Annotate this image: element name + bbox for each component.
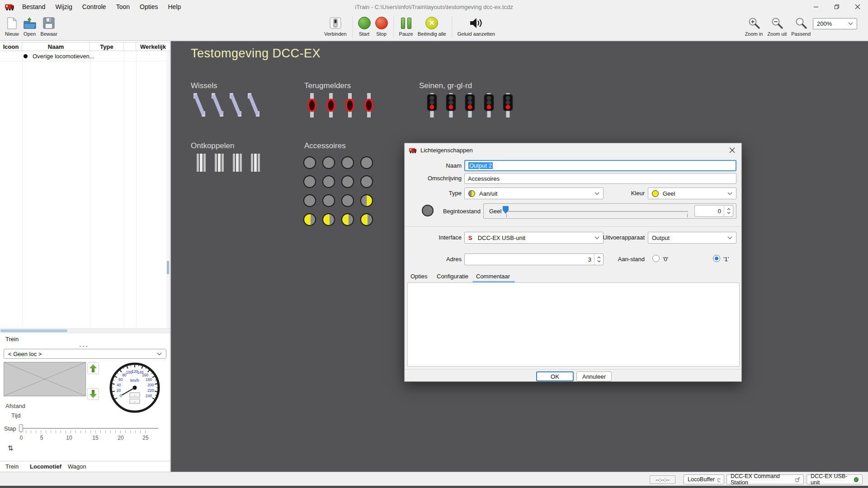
column-header-type[interactable]: Type — [90, 42, 124, 51]
accessory-light[interactable] — [360, 156, 373, 169]
step-slider-thumb[interactable] — [19, 424, 23, 432]
tab-commentaar[interactable]: Commentaar — [476, 273, 510, 280]
start-button[interactable]: Start — [356, 14, 373, 38]
accessory-light[interactable] — [360, 213, 373, 226]
accessory-light[interactable] — [322, 194, 335, 207]
table-row[interactable]: Overige locomotieven... — [0, 52, 170, 61]
uncoupler[interactable] — [233, 154, 242, 172]
signal[interactable] — [464, 93, 476, 117]
accessory-light[interactable] — [341, 194, 354, 207]
save-button[interactable]: Bewaar — [38, 14, 60, 38]
open-button[interactable]: Open — [21, 14, 38, 38]
turnout-switch[interactable] — [193, 93, 206, 117]
command-station-button[interactable]: DCC-EX Command Station — [726, 474, 804, 484]
accessory-light[interactable] — [341, 156, 354, 169]
intensity-slider-thumb[interactable] — [503, 206, 509, 214]
horizontal-scrollbar[interactable] — [0, 328, 170, 333]
usb-unit-button[interactable]: DCC-EX USB-unit — [807, 474, 863, 484]
accessory-light[interactable] — [322, 156, 335, 169]
address-spinner[interactable]: 3 — [464, 253, 604, 265]
column-header-naam[interactable]: Naam — [22, 42, 90, 51]
accessory-light[interactable] — [303, 213, 316, 226]
column-header-werkelijk[interactable]: Werkelijk — [136, 42, 170, 51]
uncoupler[interactable] — [215, 154, 224, 172]
intensity-spinner[interactable]: 0 — [694, 205, 733, 217]
uncoupler[interactable] — [251, 154, 260, 172]
column-header-empty[interactable] — [124, 42, 136, 51]
menu-controle[interactable]: Controle — [77, 1, 111, 13]
description-input[interactable]: Accessoires — [464, 173, 736, 184]
tab-opties[interactable]: Opties — [410, 273, 428, 280]
speed-up-button[interactable] — [87, 362, 99, 374]
connect-button[interactable]: Verbinden — [322, 14, 349, 38]
turnout-switch[interactable] — [229, 93, 242, 117]
stop-button[interactable]: Stop — [373, 14, 390, 38]
dialog-close-button[interactable] — [726, 145, 738, 155]
menu-opties[interactable]: Opties — [135, 1, 163, 13]
scrollbar-thumb[interactable] — [0, 329, 67, 332]
accessory-light[interactable] — [303, 156, 316, 169]
zoom-fit-button[interactable]: Passend — [789, 14, 813, 38]
interface-select[interactable]: S DCC-EX USB-unit — [464, 232, 604, 244]
speedometer[interactable]: km/h - - 0204060801001201401601802002202… — [108, 361, 161, 416]
feedback-sensor[interactable] — [364, 93, 373, 117]
intensity-slider-track[interactable] — [505, 211, 688, 212]
minimize-button[interactable] — [806, 0, 826, 14]
signal[interactable] — [426, 93, 438, 117]
menu-wijzig[interactable]: Wijzig — [50, 1, 77, 13]
maximize-button[interactable] — [826, 0, 847, 14]
radio-state-0[interactable] — [652, 255, 660, 262]
accessory-light[interactable] — [341, 175, 354, 188]
zoom-out-button[interactable]: Zoom uit — [765, 14, 789, 38]
zoom-level-select[interactable]: 200% — [813, 18, 857, 29]
shunting-toggle-button[interactable]: ⇅ — [5, 443, 15, 453]
close-button[interactable] — [847, 0, 868, 14]
new-button[interactable]: Nieuw — [3, 14, 21, 38]
menu-toon[interactable]: Toon — [111, 1, 135, 13]
tab-trein[interactable]: Trein — [5, 463, 19, 470]
signal[interactable] — [483, 93, 495, 117]
accessory-light[interactable] — [341, 213, 354, 226]
column-header-icoon[interactable]: Icoon — [0, 42, 22, 51]
dialog-titlebar[interactable]: Lichteigenschappen — [405, 143, 741, 157]
accessory-light[interactable] — [360, 194, 373, 207]
menu-bestand[interactable]: Bestand — [17, 1, 50, 13]
spinner-arrows-icon[interactable] — [724, 206, 733, 216]
feedback-sensor[interactable] — [326, 93, 335, 117]
tab-wagon[interactable]: Wagon — [68, 463, 86, 470]
uncoupler[interactable] — [197, 154, 206, 172]
accessory-light[interactable] — [360, 175, 373, 188]
turnout-switch[interactable] — [211, 93, 224, 117]
end-all-button[interactable]: ✕ Beëindig alle — [415, 14, 448, 38]
drag-handle-icon[interactable] — [80, 346, 87, 347]
signal[interactable] — [502, 93, 514, 117]
tab-locomotief[interactable]: Locomotief — [30, 463, 61, 470]
tab-configuratie[interactable]: Configuratie — [437, 273, 468, 280]
ok-button[interactable]: OK — [536, 371, 574, 381]
vertical-scrollbar[interactable] — [166, 51, 170, 328]
color-select[interactable]: Geel — [648, 188, 736, 199]
speed-down-button[interactable] — [87, 388, 99, 400]
scrollbar-thumb[interactable] — [167, 261, 169, 274]
comment-textarea[interactable] — [407, 282, 740, 366]
accessory-light[interactable] — [303, 175, 316, 188]
menu-help[interactable]: Help — [163, 1, 186, 13]
feedback-sensor[interactable] — [345, 93, 354, 117]
locobuffer-button[interactable]: LocoBuffer — [684, 474, 724, 484]
step-slider-track[interactable] — [19, 428, 158, 429]
accessory-light[interactable] — [303, 194, 316, 207]
radio-state-1[interactable] — [713, 255, 720, 262]
type-select[interactable]: Aan/uit — [464, 188, 604, 199]
accessory-light[interactable] — [322, 175, 335, 188]
zoom-in-button[interactable]: Zoom in — [743, 14, 765, 38]
output-device-select[interactable]: Output — [648, 232, 736, 244]
locomotive-select[interactable]: < Geen loc > — [4, 349, 166, 359]
cancel-button[interactable]: Annuleer — [576, 371, 612, 381]
name-input[interactable]: Output 2 — [464, 160, 736, 171]
signal[interactable] — [445, 93, 457, 117]
turnout-switch[interactable] — [247, 93, 260, 117]
sound-button[interactable]: Geluid aanzetten — [455, 14, 497, 38]
pause-button[interactable]: Pauze — [397, 14, 415, 38]
accessory-light[interactable] — [322, 213, 335, 226]
feedback-sensor[interactable] — [307, 93, 316, 117]
